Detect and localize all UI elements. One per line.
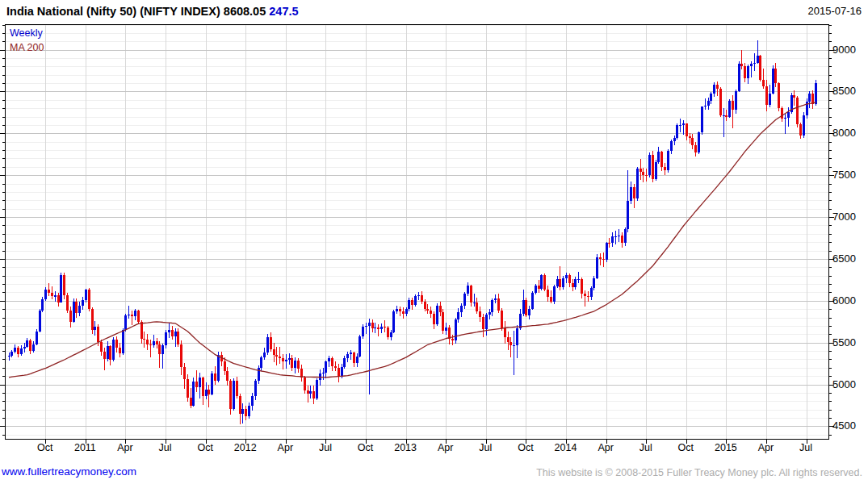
candle-up: [285, 354, 287, 369]
x-axis-label: 2012: [234, 442, 257, 453]
x-axis-label: 2014: [555, 442, 577, 453]
x-axis-label: Jul: [479, 442, 492, 453]
candle-up: [657, 147, 660, 164]
candle-up: [757, 40, 759, 64]
candle-up: [192, 378, 195, 407]
candle-down: [509, 337, 512, 357]
candle-down: [550, 290, 552, 304]
candle-up: [655, 160, 657, 181]
candle-down: [507, 332, 509, 350]
candle-up: [667, 149, 669, 173]
candle-down: [177, 328, 179, 348]
candle-up: [593, 276, 595, 290]
candle-down: [220, 352, 223, 367]
candle-up: [266, 334, 269, 355]
candle-up: [670, 140, 673, 154]
page-title: India National (Nifty 50) (NIFTY INDEX) …: [6, 5, 299, 18]
candle-down: [137, 310, 140, 325]
candle-up: [787, 107, 790, 127]
plot-area[interactable]: [5, 24, 829, 440]
candle-up: [233, 378, 235, 411]
candle-down: [652, 151, 654, 182]
candle-up: [78, 302, 81, 316]
candle-up: [648, 152, 651, 177]
y-axis-label: 4500: [832, 419, 856, 432]
candle-down: [63, 273, 65, 299]
candle-down: [744, 63, 746, 82]
candle-down: [226, 367, 229, 386]
candle-up: [346, 352, 349, 362]
candle-up: [10, 350, 13, 357]
candle-up: [574, 277, 577, 290]
candle-up: [94, 321, 96, 336]
y-axis-label: 5500: [832, 336, 856, 348]
x-axis-label: Apr: [278, 442, 293, 453]
candle-up: [288, 353, 291, 365]
candle-up: [328, 356, 330, 368]
candle-up: [396, 306, 398, 314]
candle-up: [577, 272, 580, 282]
candle-down: [297, 358, 300, 373]
y-axis-label: 9000: [832, 44, 856, 56]
candle-up: [122, 328, 124, 355]
candle-down: [811, 90, 814, 109]
y-axis-label: 7000: [832, 211, 856, 223]
candle-down: [109, 345, 111, 365]
last-price: 8608.05: [224, 5, 266, 18]
candle-down: [645, 169, 648, 182]
candle-down: [547, 286, 549, 302]
candle-down: [796, 96, 799, 127]
candle-down: [387, 326, 389, 340]
candle-down: [691, 134, 694, 149]
candle-up: [107, 341, 109, 361]
candle-up: [254, 379, 257, 400]
candle-up: [806, 98, 808, 119]
candle-up: [606, 242, 608, 262]
candle-up: [161, 344, 164, 369]
candle-down: [91, 307, 94, 334]
gridlines: [6, 25, 828, 439]
candle-up: [611, 232, 614, 247]
candle-down: [275, 347, 278, 365]
candle-down: [100, 340, 103, 356]
y-axis-label: 6000: [832, 294, 856, 307]
candle-down: [642, 168, 644, 182]
candle-up: [624, 227, 627, 246]
x-axis-label: Jul: [159, 442, 172, 453]
candle-up: [73, 298, 75, 323]
candle-down: [442, 309, 444, 334]
candle-down: [291, 355, 293, 372]
candle-up: [356, 353, 359, 368]
candle-up: [251, 393, 254, 411]
candle-up: [368, 319, 371, 394]
candle-up: [738, 61, 740, 92]
candle-down: [66, 293, 69, 313]
candle-up: [8, 353, 10, 361]
x-axis-label: Oct: [358, 442, 373, 453]
candle-up: [392, 310, 395, 333]
candle-down: [778, 82, 780, 111]
candle-down: [497, 294, 500, 313]
x-axis-label: Oct: [518, 442, 533, 453]
candle-down: [448, 325, 451, 344]
candle-down: [686, 123, 688, 140]
candle-up: [491, 298, 493, 316]
candle-down: [765, 80, 768, 111]
candle-up: [618, 229, 620, 242]
candle-up: [636, 167, 639, 200]
copyright-text: This website is © 2008-2015 Fuller Treac…: [536, 467, 862, 478]
footer-link[interactable]: www.fullertreacymoney.com: [2, 465, 136, 478]
ma200-line: [9, 102, 816, 378]
candles-series: [8, 40, 818, 424]
x-axis-label: Apr: [117, 442, 132, 453]
candle-up: [44, 287, 47, 302]
candle-up: [405, 307, 408, 316]
candle-up: [627, 170, 629, 232]
candle-down: [208, 385, 210, 407]
candle-up: [445, 323, 447, 335]
candle-up: [374, 323, 376, 332]
candle-down: [146, 334, 149, 350]
candle-down: [156, 338, 158, 348]
instrument-name: India National (Nifty 50) (NIFTY INDEX): [6, 5, 220, 18]
candle-up: [85, 289, 87, 303]
